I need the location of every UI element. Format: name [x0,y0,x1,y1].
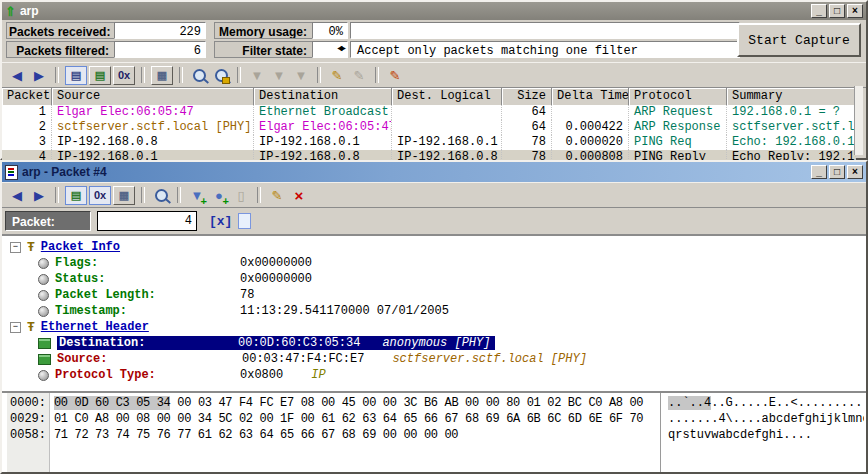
column-header-source[interactable]: Source [52,88,254,105]
capture-toolbar: ◀▶▤▤0x▦▼▼▼✎✎✎ [2,62,866,88]
tree-row-destination[interactable]: Destination:00:0D:60:C3:05:34anonymous [… [2,335,866,351]
back-icon[interactable]: ◀ [7,186,27,205]
attribute-icon [38,274,49,285]
start-capture-button[interactable]: Start Capture [737,23,861,57]
cell-destination: Ethernet Broadcast [254,105,392,120]
search-lock-icon[interactable] [211,66,231,85]
toolbar-separator [55,67,59,83]
field-label: Destination: [59,336,238,350]
table-row[interactable]: 1Elgar Elec:06:05:47Ethernet Broadcast64… [2,105,856,120]
column-header-size[interactable]: Size [502,88,552,105]
field-symbolic-name: IP [311,368,325,382]
summary-view-button[interactable]: ▤ [65,66,87,85]
filter-state-label: Filter state: [214,41,312,58]
vertical-scrollbar[interactable] [854,86,863,155]
detail-view-button[interactable]: ▤ [89,66,111,85]
toolbar-separator [257,187,261,203]
attribute-icon [38,306,49,317]
collapse-toggle[interactable]: − [10,322,21,333]
toolbar-separator [177,187,181,203]
column-header-dest-logical[interactable]: Dest. Logical [392,88,502,105]
ascii-bytes: qrstuvwabcdefghi.... [668,427,864,443]
column-header-destination[interactable]: Destination [254,88,392,105]
clear-packet-icon[interactable]: [x] [209,214,232,229]
column-header-summary[interactable]: Summary [727,88,856,105]
hex-view-button[interactable]: 0x [113,66,135,85]
packet-number-input[interactable] [97,211,197,231]
cell-dest-logical [392,105,502,120]
packet-detail-window: arp - Packet #4 _□× ◀▶▤0x▦▼+●+▯✎× Packet… [0,160,868,474]
collapse-toggle[interactable]: − [10,242,21,253]
close-button[interactable]: × [847,165,863,179]
filter-add-icon[interactable]: ▼ [269,66,289,85]
edit-notes-icon[interactable]: ✎ [327,66,347,85]
table-row[interactable]: 3IP-192.168.0.8IP-192.168.0.1IP-192.168.… [2,135,856,150]
filter-add-icon[interactable]: ▼+ [187,186,207,205]
memory-usage-label: Memory usage: [214,22,312,39]
cell-delta-time [552,105,629,120]
filter-icon[interactable]: ▼ [247,66,267,85]
tree-row-source[interactable]: Source:00:03:47:F4:FC:E7sctfserver.sctf.… [2,351,866,367]
tree-row-flags[interactable]: Flags:0x00000000 [2,255,866,271]
filter-apply-icon[interactable]: ▼ [291,66,311,85]
column-header-protocol[interactable]: Protocol [629,88,727,105]
toolbar-separator [141,187,145,203]
tree-row-timestamp[interactable]: Timestamp:11:13:29.541170000 07/01/2005 [2,303,866,319]
new-note-icon[interactable] [238,213,251,229]
toolbar-separator [237,67,241,83]
toolbar-separator [179,67,183,83]
detail-view-button[interactable]: ▤ [65,186,87,205]
close-button[interactable]: × [847,4,863,18]
column-header-packet[interactable]: Packet [2,88,52,105]
edit-marker-icon[interactable]: ✎ [385,66,405,85]
back-icon[interactable]: ◀ [7,66,27,85]
cell-summary: sctfserver.sctf.lo [727,120,856,135]
hex-row[interactable]: 0058:71 72 73 74 75 76 77 61 62 63 64 65… [2,427,866,443]
display-options-button[interactable]: ▦ [151,66,173,85]
desktop: ⇑ arp _□× Packets received: 229 Memory u… [0,0,868,474]
tree-row-packet-length[interactable]: Packet Length:78 [2,287,866,303]
search-icon[interactable] [151,186,171,205]
packet-number-bar: Packet: [x] [2,208,866,235]
hex-row[interactable]: 0000:00 0D 60 C3 05 34 00 03 47 F4 FC E7… [2,395,866,411]
capture-arrow-icon: ⇑ [5,5,16,18]
forward-icon[interactable]: ▶ [29,66,49,85]
hex-row[interactable]: 0029:01 C0 A8 00 08 00 00 34 5C 02 00 1F… [2,411,866,427]
maximize-button[interactable]: □ [829,4,845,18]
cell-summary: Echo: 192.168.0.1 [727,135,856,150]
attribute-icon [38,290,49,301]
tree-row-status[interactable]: Status:0x00000000 [2,271,866,287]
packet-detail-titlebar[interactable]: arp - Packet #4 _□× [2,162,866,182]
tree-row-protocol-type[interactable]: Protocol Type:0x0800IP [2,367,866,383]
packet-list-body: 1Elgar Elec:06:05:47Ethernet Broadcast64… [2,105,856,165]
field-label: Timestamp: [55,304,234,318]
minimize-button[interactable]: _ [811,165,827,179]
capture-window: ⇑ arp _□× Packets received: 229 Memory u… [0,0,868,160]
column-header-delta-time[interactable]: Delta Time [552,88,629,105]
hex-view-button[interactable]: 0x [89,186,111,205]
maximize-button[interactable]: □ [829,165,845,179]
display-options-button[interactable]: ▦ [113,186,135,205]
capture-window-titlebar[interactable]: ⇑ arp _□× [2,2,866,20]
packet-list: PacketSourceDestinationDest. LogicalSize… [2,88,856,165]
forward-icon[interactable]: ▶ [29,186,49,205]
address-add-icon[interactable]: ●+ [209,186,229,205]
trash-icon[interactable]: ▯ [231,186,251,205]
notes-icon[interactable]: ✎ [267,186,287,205]
table-row[interactable]: 2sctfserver.sctf.local [PHY]Elgar Elec:0… [2,120,856,135]
tree-row-packet-info[interactable]: −ŦPacket Info [2,239,866,255]
search-icon[interactable] [189,66,209,85]
minimize-button[interactable]: _ [811,4,827,18]
filter-state-box[interactable]: Accept only packets matching one filter [350,41,740,58]
toolbar-separator [375,67,379,83]
hex-offset: 0029: [10,411,46,427]
cell-source: sctfserver.sctf.local [PHY] [52,120,254,135]
hex-bytes: 01 C0 A8 00 08 00 00 34 5C 02 00 1F 00 6… [54,411,656,427]
delete-icon[interactable]: × [289,186,309,205]
tree-row-ethernet-header[interactable]: −ŦEthernet Header [2,319,866,335]
edit-tools-icon[interactable]: ✎ [349,66,369,85]
cell-packet: 2 [2,120,52,135]
field-symbolic-name: anonymous [PHY] [382,336,490,350]
decode-tree: −ŦPacket InfoFlags:0x00000000Status:0x00… [2,235,866,393]
packets-filtered-label: Packets filtered: [6,41,114,58]
